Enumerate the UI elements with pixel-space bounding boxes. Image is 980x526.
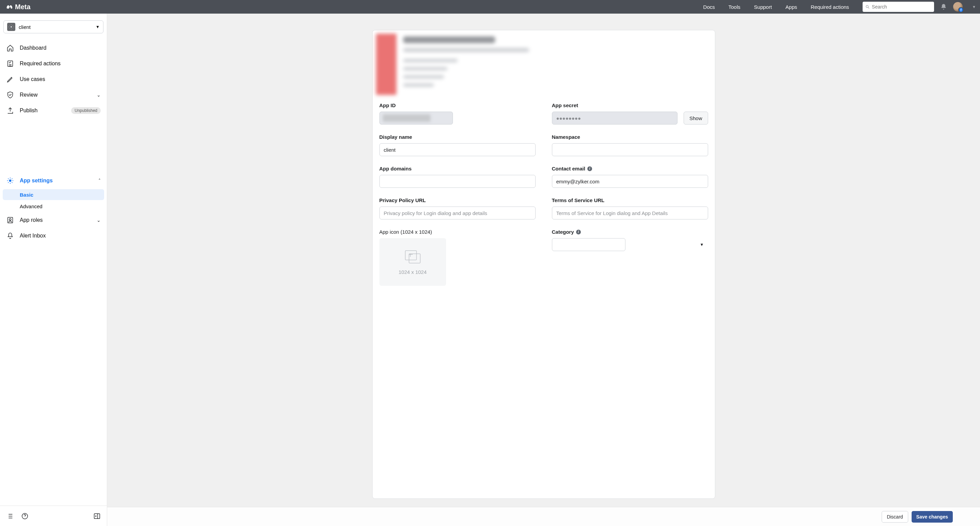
app-id-label: App ID	[379, 102, 536, 108]
sidebar-item-app-roles[interactable]: App roles ⌄	[3, 212, 104, 228]
sidebar-item-dashboard[interactable]: Dashboard	[3, 40, 104, 56]
sidebar: client ▼ Dashboard Required actions	[0, 14, 107, 526]
checklist-icon	[6, 60, 14, 68]
category-label: Category i	[552, 229, 708, 235]
privacy-url-label: Privacy Policy URL	[379, 197, 536, 203]
id-badge-icon	[6, 216, 14, 224]
sidebar-subitem-basic[interactable]: Basic	[3, 189, 104, 200]
sidebar-item-label: App roles	[20, 217, 91, 223]
sidebar-item-publish[interactable]: Publish Unpublished	[3, 103, 104, 118]
alert-banner-redacted	[372, 30, 715, 99]
app-secret-label: App secret	[552, 102, 708, 108]
contact-email-label: Contact email i	[552, 166, 708, 172]
sidebar-item-label: Alert Inbox	[20, 233, 101, 239]
brand-text: Meta	[15, 3, 30, 11]
sidebar-item-required-actions[interactable]: Required actions	[3, 56, 104, 72]
sidebar-subitem-label: Advanced	[20, 203, 43, 209]
chevron-down-icon: ⌄	[97, 218, 101, 223]
svg-rect-11	[409, 253, 420, 263]
shield-check-icon	[6, 91, 14, 99]
svg-point-0	[866, 5, 869, 8]
chevron-up-icon: ˄	[98, 178, 101, 183]
search-box[interactable]	[862, 2, 934, 12]
discard-button[interactable]: Discard	[882, 511, 908, 523]
svg-point-6	[9, 218, 11, 221]
namespace-field[interactable]	[552, 143, 708, 156]
app-selector-icon	[7, 23, 15, 31]
publish-status-badge: Unpublished	[71, 107, 101, 114]
display-name-label: Display name	[379, 134, 536, 140]
category-label-text: Category	[552, 229, 574, 235]
caret-down-icon: ▼	[700, 242, 704, 247]
sidebar-item-review[interactable]: Review ⌄	[3, 87, 104, 103]
display-name-field[interactable]	[379, 143, 536, 156]
nav-required-actions[interactable]: Required actions	[811, 4, 850, 10]
app-domains-field[interactable]	[379, 175, 536, 188]
facebook-badge-icon: f	[958, 7, 964, 13]
header-caret-icon[interactable]: ▼	[972, 5, 976, 9]
sidebar-subitem-advanced[interactable]: Advanced	[3, 201, 104, 211]
sidebar-item-label: Dashboard	[20, 45, 101, 51]
brand-logo[interactable]: Meta	[5, 3, 30, 11]
nav-docs[interactable]: Docs	[703, 4, 715, 10]
help-icon[interactable]	[21, 512, 29, 520]
home-icon	[6, 44, 14, 52]
category-select[interactable]	[552, 238, 625, 251]
tos-url-field[interactable]	[552, 207, 708, 219]
show-secret-button[interactable]: Show	[684, 111, 708, 124]
main-content: App ID App secret Show Display nam	[107, 14, 980, 526]
svg-point-4	[9, 180, 11, 182]
sidebar-item-app-settings[interactable]: App settings ˄	[3, 173, 104, 189]
sidebar-subitem-label: Basic	[20, 192, 33, 198]
image-placeholder-icon	[403, 249, 422, 264]
app-icon-label: App icon (1024 x 1024)	[379, 229, 536, 235]
save-changes-button[interactable]: Save changes	[912, 511, 953, 523]
sidebar-item-label: App settings	[20, 178, 93, 184]
app-id-field[interactable]	[379, 111, 453, 124]
app-domains-label: App domains	[379, 166, 536, 172]
collapse-sidebar-icon[interactable]	[93, 512, 101, 520]
upload-icon	[6, 106, 14, 114]
header-nav: Docs Tools Support Apps Required actions	[703, 4, 850, 10]
chevron-down-icon: ⌄	[97, 92, 101, 98]
sidebar-item-label: Publish	[20, 108, 66, 114]
save-footer: Discard Save changes	[107, 507, 980, 526]
pencil-icon	[6, 75, 14, 83]
sidebar-item-alert-inbox[interactable]: Alert Inbox	[3, 228, 104, 244]
settings-panel: App ID App secret Show Display nam	[372, 30, 715, 499]
svg-line-1	[868, 8, 869, 8]
top-header: Meta Docs Tools Support Apps Required ac…	[0, 0, 980, 14]
namespace-label: Namespace	[552, 134, 708, 140]
sidebar-item-label: Required actions	[20, 60, 101, 67]
nav-support[interactable]: Support	[754, 4, 772, 10]
search-icon	[865, 4, 870, 10]
notifications-icon[interactable]	[940, 3, 947, 10]
sidebar-item-label: Review	[20, 92, 91, 98]
app-selector-label: client	[19, 24, 92, 30]
sidebar-item-use-cases[interactable]: Use cases	[3, 72, 104, 87]
meta-logo-icon	[5, 3, 13, 11]
app-secret-field[interactable]	[552, 111, 678, 124]
list-icon[interactable]	[6, 512, 14, 520]
svg-rect-10	[405, 250, 417, 260]
info-icon[interactable]: i	[587, 166, 592, 171]
tos-url-label: Terms of Service URL	[552, 197, 708, 203]
privacy-url-field[interactable]	[379, 207, 536, 219]
nav-apps[interactable]: Apps	[785, 4, 797, 10]
svg-rect-5	[8, 218, 13, 223]
bell-icon	[6, 232, 14, 240]
svg-point-2	[11, 26, 12, 27]
contact-email-field[interactable]	[552, 175, 708, 188]
search-input[interactable]	[872, 4, 931, 10]
app-icon-uploader[interactable]: 1024 x 1024	[379, 238, 446, 286]
app-icon-hint: 1024 x 1024	[398, 269, 427, 275]
user-avatar[interactable]: f	[953, 2, 963, 11]
sidebar-item-label: Use cases	[20, 76, 101, 82]
gear-icon	[6, 176, 14, 185]
info-icon[interactable]: i	[576, 230, 581, 234]
nav-tools[interactable]: Tools	[729, 4, 740, 10]
sidebar-footer	[0, 505, 107, 526]
caret-down-icon: ▼	[95, 24, 100, 29]
app-selector[interactable]: client ▼	[3, 21, 103, 33]
contact-email-label-text: Contact email	[552, 166, 585, 172]
